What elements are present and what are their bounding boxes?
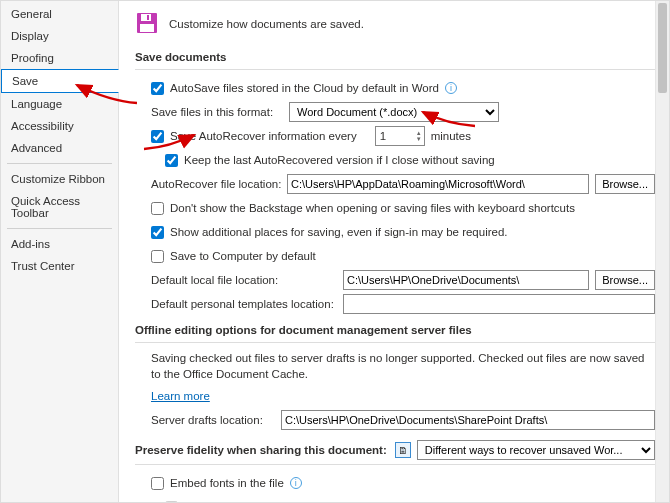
default-templates-label: Default personal templates location: bbox=[151, 298, 337, 310]
autorecover-loc-label: AutoRecover file location: bbox=[151, 178, 281, 190]
sidebar-item-quick-access[interactable]: Quick Access Toolbar bbox=[1, 190, 118, 224]
section-offline: Offline editing options for document man… bbox=[135, 324, 655, 336]
scrollbar-thumb[interactable] bbox=[658, 3, 667, 93]
save-icon bbox=[135, 11, 159, 37]
backstage-checkbox[interactable] bbox=[151, 202, 164, 215]
keep-last-checkbox[interactable] bbox=[165, 154, 178, 167]
format-label: Save files in this format: bbox=[151, 106, 283, 118]
section-preserve: Preserve fidelity when sharing this docu… bbox=[135, 444, 387, 456]
backstage-label: Don't show the Backstage when opening or… bbox=[170, 202, 575, 214]
preserve-doc-select[interactable]: Different ways to recover unsaved Wor... bbox=[417, 440, 655, 460]
default-templates-input[interactable] bbox=[343, 294, 655, 314]
sidebar-item-general[interactable]: General bbox=[1, 3, 118, 25]
embed-fonts-checkbox[interactable] bbox=[151, 477, 164, 490]
server-drafts-label: Server drafts location: bbox=[151, 414, 275, 426]
autorecover-unit: minutes bbox=[431, 130, 471, 142]
embed-fonts-label: Embed fonts in the file bbox=[170, 477, 284, 489]
info-icon[interactable]: i bbox=[445, 82, 457, 94]
show-additional-checkbox[interactable] bbox=[151, 226, 164, 239]
svg-rect-2 bbox=[147, 15, 149, 20]
offline-note: Saving checked out files to server draft… bbox=[135, 351, 655, 382]
default-local-browse-button[interactable]: Browse... bbox=[595, 270, 655, 290]
autosave-cloud-label: AutoSave files stored in the Cloud by de… bbox=[170, 82, 439, 94]
document-icon: 🗎 bbox=[395, 442, 411, 458]
autorecover-label: Save AutoRecover information every bbox=[170, 130, 357, 142]
info-icon[interactable]: i bbox=[290, 477, 302, 489]
autorecover-loc-input[interactable] bbox=[287, 174, 589, 194]
sidebar-item-language[interactable]: Language bbox=[1, 93, 118, 115]
learn-more-link[interactable]: Learn more bbox=[151, 390, 210, 402]
sidebar-item-accessibility[interactable]: Accessibility bbox=[1, 115, 118, 137]
main-panel: Customize how documents are saved. Save … bbox=[119, 1, 669, 502]
autosave-cloud-checkbox[interactable] bbox=[151, 82, 164, 95]
sidebar-item-addins[interactable]: Add-ins bbox=[1, 233, 118, 255]
autorecover-loc-browse-button[interactable]: Browse... bbox=[595, 174, 655, 194]
embed-chars-checkbox bbox=[165, 501, 178, 502]
save-computer-label: Save to Computer by default bbox=[170, 250, 316, 262]
scrollbar[interactable] bbox=[655, 1, 669, 502]
autorecover-checkbox[interactable] bbox=[151, 130, 164, 143]
sidebar-item-display[interactable]: Display bbox=[1, 25, 118, 47]
embed-chars-label: Embed only the characters used in the do… bbox=[184, 501, 572, 502]
sidebar-item-advanced[interactable]: Advanced bbox=[1, 137, 118, 159]
sidebar-item-customize-ribbon[interactable]: Customize Ribbon bbox=[1, 168, 118, 190]
server-drafts-input[interactable] bbox=[281, 410, 655, 430]
section-save-documents: Save documents bbox=[135, 51, 655, 63]
show-additional-label: Show additional places for saving, even … bbox=[170, 226, 508, 238]
save-computer-checkbox[interactable] bbox=[151, 250, 164, 263]
sidebar-item-proofing[interactable]: Proofing bbox=[1, 47, 118, 69]
options-sidebar: General Display Proofing Save Language A… bbox=[1, 1, 119, 502]
svg-rect-1 bbox=[141, 14, 151, 21]
header-text: Customize how documents are saved. bbox=[169, 18, 364, 30]
sidebar-item-trust-center[interactable]: Trust Center bbox=[1, 255, 118, 277]
autorecover-minutes-spinner[interactable]: 1 ▲▼ bbox=[375, 126, 425, 146]
svg-rect-3 bbox=[140, 24, 154, 32]
default-local-input[interactable] bbox=[343, 270, 589, 290]
format-select[interactable]: Word Document (*.docx) bbox=[289, 102, 499, 122]
keep-last-label: Keep the last AutoRecovered version if I… bbox=[184, 154, 495, 166]
sidebar-item-save[interactable]: Save bbox=[1, 69, 119, 93]
default-local-label: Default local file location: bbox=[151, 274, 337, 286]
